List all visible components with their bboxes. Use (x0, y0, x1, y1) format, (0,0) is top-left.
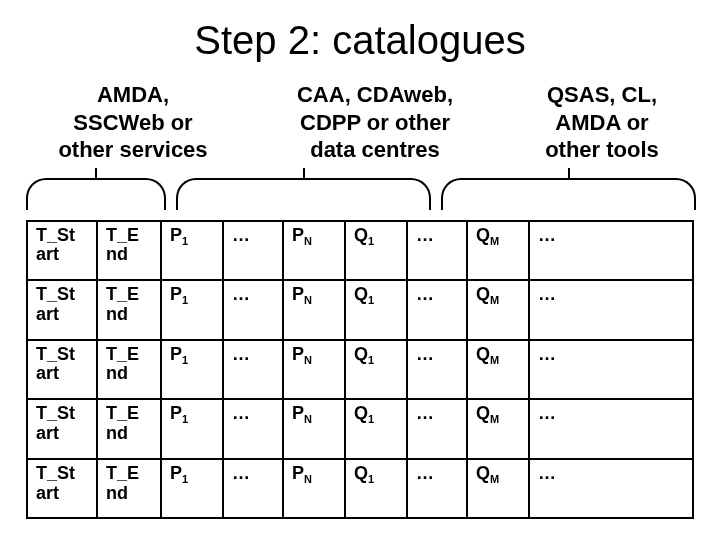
slide: Step 2: catalogues AMDA, SSCWeb or other… (0, 0, 720, 540)
cell-tstart: T_Start (27, 280, 97, 340)
cell-tstart: T_Start (27, 399, 97, 459)
cell-pn: PN (283, 399, 345, 459)
cell-dots: … (529, 280, 693, 340)
cell-dots: … (529, 399, 693, 459)
cell-dots: … (407, 280, 467, 340)
cell-dots: … (223, 280, 283, 340)
cell-p1: P1 (161, 399, 223, 459)
table-row: T_StartT_EndP1…PNQ1…QM… (27, 399, 693, 459)
table-row: T_StartT_EndP1…PNQ1…QM… (27, 459, 693, 519)
cell-qm: QM (467, 459, 529, 519)
cell-pn: PN (283, 280, 345, 340)
cell-qm: QM (467, 221, 529, 281)
cell-dots: … (529, 340, 693, 400)
cell-tend: T_End (97, 280, 161, 340)
brace-icon (26, 168, 166, 212)
cell-dots: … (223, 340, 283, 400)
cell-pn: PN (283, 221, 345, 281)
cell-qm: QM (467, 280, 529, 340)
group-header-2: CAA, CDAweb, CDPP or other data centres (260, 81, 490, 164)
table-row: T_StartT_EndP1…PNQ1…QM… (27, 340, 693, 400)
cell-p1: P1 (161, 340, 223, 400)
cell-dots: … (407, 221, 467, 281)
column-group-headers: AMDA, SSCWeb or other services CAA, CDAw… (28, 81, 692, 164)
cell-q1: Q1 (345, 221, 407, 281)
cell-dots: … (407, 399, 467, 459)
cell-tstart: T_Start (27, 340, 97, 400)
page-title: Step 2: catalogues (0, 0, 720, 63)
cell-tend: T_End (97, 459, 161, 519)
brace-icon (441, 168, 696, 212)
cell-pn: PN (283, 340, 345, 400)
cell-q1: Q1 (345, 399, 407, 459)
cell-dots: … (529, 221, 693, 281)
cell-dots: … (529, 459, 693, 519)
table-row: T_StartT_EndP1…PNQ1…QM… (27, 280, 693, 340)
cell-p1: P1 (161, 221, 223, 281)
cell-q1: Q1 (345, 459, 407, 519)
cell-tend: T_End (97, 399, 161, 459)
cell-p1: P1 (161, 280, 223, 340)
cell-q1: Q1 (345, 280, 407, 340)
cell-dots: … (407, 459, 467, 519)
cell-qm: QM (467, 340, 529, 400)
table-row: T_StartT_EndP1…PNQ1…QM… (27, 221, 693, 281)
cell-tend: T_End (97, 340, 161, 400)
cell-pn: PN (283, 459, 345, 519)
braces-row (26, 168, 694, 214)
group-header-3: QSAS, CL, AMDA or other tools (512, 81, 692, 164)
cell-tstart: T_Start (27, 459, 97, 519)
cell-dots: … (407, 340, 467, 400)
cell-q1: Q1 (345, 340, 407, 400)
cell-dots: … (223, 221, 283, 281)
group-header-1: AMDA, SSCWeb or other services (28, 81, 238, 164)
cell-qm: QM (467, 399, 529, 459)
cell-dots: … (223, 459, 283, 519)
cell-tend: T_End (97, 221, 161, 281)
catalogue-table: T_StartT_EndP1…PNQ1…QM…T_StartT_EndP1…PN… (26, 220, 694, 520)
cell-tstart: T_Start (27, 221, 97, 281)
cell-dots: … (223, 399, 283, 459)
cell-p1: P1 (161, 459, 223, 519)
brace-icon (176, 168, 431, 212)
